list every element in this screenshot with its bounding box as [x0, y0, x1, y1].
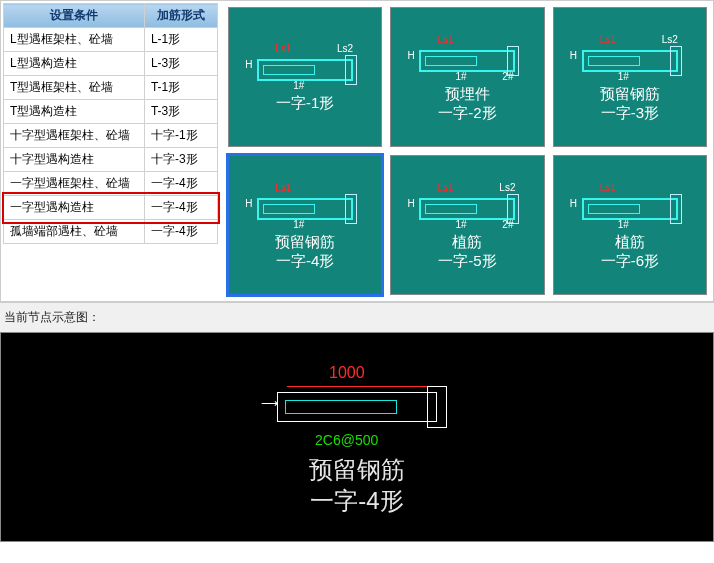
table-row[interactable]: 孤墙端部遇柱、砼墙一字-4形 [4, 220, 218, 244]
thumb-label: 预留钢筋一字-3形 [600, 84, 660, 123]
preview-arrow-icon: ⟶ [261, 396, 278, 410]
preview-area: 1000 ⟶ 2C6@500 预留钢筋 一字-4形 [0, 332, 714, 542]
shape-thumbnail[interactable]: Ls1 H 1# 植筋一字-6形 [553, 155, 707, 295]
preview-header: 当前节点示意图： [0, 302, 714, 332]
thumb-label: 一字-1形 [276, 93, 334, 113]
table-row[interactable]: 一字型遇构造柱一字-4形 [4, 196, 218, 220]
cell-condition: 一字型遇构造柱 [4, 196, 145, 220]
shape-thumbnail[interactable]: Ls1 H 1# 预留钢筋一字-4形 [228, 155, 382, 295]
cell-form: 十字-3形 [144, 148, 217, 172]
conditions-table: 设置条件 加筋形式 L型遇框架柱、砼墙L-1形L型遇构造柱L-3形T型遇框架柱、… [3, 3, 218, 244]
thumb-label: 植筋一字-6形 [601, 232, 659, 271]
shape-thumbnail[interactable]: Ls1 Ls2 H 1# 2# 植筋一字-5形 [390, 155, 544, 295]
cell-form: T-1形 [144, 76, 217, 100]
preview-spec: 2C6@500 [315, 432, 378, 448]
cell-form: L-3形 [144, 52, 217, 76]
table-row[interactable]: L型遇构造柱L-3形 [4, 52, 218, 76]
col-header-form: 加筋形式 [144, 4, 217, 28]
cell-form: T-3形 [144, 100, 217, 124]
cell-form: 一字-4形 [144, 196, 217, 220]
thumb-diagram: Ls1 Ls2 H 1# [570, 32, 690, 80]
cell-form: L-1形 [144, 28, 217, 52]
table-row[interactable]: T型遇框架柱、砼墙T-1形 [4, 76, 218, 100]
cell-condition: 一字型遇框架柱、砼墙 [4, 172, 145, 196]
preview-dim-value: 1000 [329, 364, 365, 382]
thumb-diagram: Ls1 Ls2 H 1# 2# [407, 180, 527, 228]
cell-form: 十字-1形 [144, 124, 217, 148]
shape-thumbnail[interactable]: Ls1 H 1# 2# 预埋件一字-2形 [390, 7, 544, 147]
shape-thumbnail[interactable]: Ls1 Ls2 H 1# 一字-1形 [228, 7, 382, 147]
thumb-diagram: Ls1 H 1# [245, 180, 365, 228]
cell-condition: T型遇构造柱 [4, 100, 145, 124]
thumbnails-grid: Ls1 Ls2 H 1# 一字-1形 Ls1 H 1# 2# 预埋件一字-2形 … [224, 3, 711, 299]
table-row[interactable]: T型遇构造柱T-3形 [4, 100, 218, 124]
thumb-label: 预留钢筋一字-4形 [275, 232, 335, 271]
cell-form: 一字-4形 [144, 172, 217, 196]
thumb-label: 植筋一字-5形 [438, 232, 496, 271]
conditions-panel: 设置条件 加筋形式 L型遇框架柱、砼墙L-1形L型遇构造柱L-3形T型遇框架柱、… [3, 3, 218, 299]
cell-condition: T型遇框架柱、砼墙 [4, 76, 145, 100]
table-row[interactable]: 十字型遇构造柱十字-3形 [4, 148, 218, 172]
cell-condition: 孤墙端部遇柱、砼墙 [4, 220, 145, 244]
table-row[interactable]: L型遇框架柱、砼墙L-1形 [4, 28, 218, 52]
cell-condition: L型遇框架柱、砼墙 [4, 28, 145, 52]
preview-diagram: 1000 ⟶ 2C6@500 [257, 358, 457, 448]
shape-thumbnail[interactable]: Ls1 Ls2 H 1# 预留钢筋一字-3形 [553, 7, 707, 147]
thumb-diagram: Ls1 H 1# 2# [407, 32, 527, 80]
thumb-label: 预埋件一字-2形 [438, 84, 496, 123]
table-row[interactable]: 十字型遇框架柱、砼墙十字-1形 [4, 124, 218, 148]
col-header-condition: 设置条件 [4, 4, 145, 28]
cell-condition: 十字型遇框架柱、砼墙 [4, 124, 145, 148]
table-row[interactable]: 一字型遇框架柱、砼墙一字-4形 [4, 172, 218, 196]
preview-title: 预留钢筋 一字-4形 [309, 454, 405, 516]
cell-condition: L型遇构造柱 [4, 52, 145, 76]
thumb-diagram: Ls1 Ls2 H 1# [245, 41, 365, 89]
thumb-diagram: Ls1 H 1# [570, 180, 690, 228]
cell-form: 一字-4形 [144, 220, 217, 244]
cell-condition: 十字型遇构造柱 [4, 148, 145, 172]
